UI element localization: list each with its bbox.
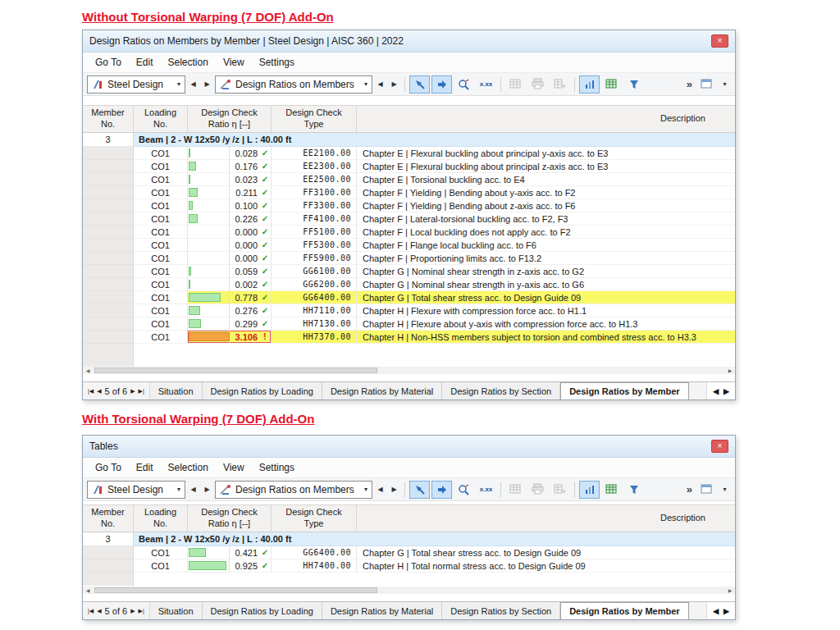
menu-settings[interactable]: Settings	[252, 54, 302, 71]
scroll-right-icon[interactable]: ▶	[725, 587, 735, 594]
col-header-member-no[interactable]: Member No.	[83, 106, 134, 132]
col-header-design-check-type[interactable]: Design Check Type	[272, 505, 357, 532]
close-button[interactable]: ×	[711, 440, 728, 453]
menu-go-to[interactable]: Go To	[88, 54, 129, 71]
filter-button[interactable]	[623, 481, 644, 499]
export-table-button[interactable]	[550, 75, 570, 94]
scroll-left-icon[interactable]: ◀	[83, 587, 93, 594]
table-manager-button[interactable]	[505, 75, 526, 94]
table-row[interactable]: CO1 0.299 ✓ HH7130.00 Chapter H | Flexur…	[83, 317, 735, 331]
group-row[interactable]: 3 Beam | 2 - W 12x50 /y /z | L : 40.00 f…	[83, 133, 735, 147]
tab-design-ratios-by-member[interactable]: Design Ratios by Member	[560, 382, 688, 399]
module-next-button[interactable]: ▶	[201, 481, 213, 499]
tab-scroll-right-icon[interactable]: ▶	[724, 607, 729, 615]
close-button[interactable]: ×	[711, 34, 728, 48]
tab-scroll-left-icon[interactable]: ◀	[713, 607, 719, 615]
result-chart-button[interactable]	[579, 75, 600, 94]
view-combo[interactable]: Design Ratios on Members ▾	[215, 481, 372, 499]
next-record-button[interactable]: ▶	[130, 388, 135, 395]
print-button[interactable]	[527, 481, 548, 499]
window-titlebar[interactable]: Tables ×	[83, 436, 735, 458]
scrollbar-track[interactable]	[93, 587, 725, 594]
table-row[interactable]: CO1 0.276 ✓ HH7110.00 Chapter H | Flexur…	[83, 304, 735, 317]
table-row[interactable]: CO1 0.059 ✓ GG6100.00 Chapter G | Nomina…	[83, 265, 735, 278]
col-header-description[interactable]: Description	[357, 505, 735, 532]
find-member-button[interactable]	[454, 75, 474, 94]
prev-record-button[interactable]: ◀	[97, 388, 101, 395]
last-record-button[interactable]: ▶|	[139, 388, 144, 395]
table-row[interactable]: CO1 3.106 ! HH7370.00 Chapter H | Non-HS…	[83, 331, 735, 344]
scrollbar-thumb[interactable]	[94, 587, 377, 593]
module-prev-button[interactable]: ◀	[187, 481, 199, 499]
export-table-button[interactable]	[550, 481, 570, 499]
menu-selection[interactable]: Selection	[161, 459, 216, 476]
decimal-places-button[interactable]: x.xx	[476, 75, 496, 94]
table-row[interactable]: CO1 0.000 ✓ FF5300.00 Chapter F | Flange…	[83, 239, 735, 252]
menu-view[interactable]: View	[216, 54, 252, 71]
table-view-dropdown[interactable]: ▾	[719, 75, 731, 94]
table-row[interactable]: CO1 0.000 ✓ FF5100.00 Chapter F | Local …	[83, 226, 735, 239]
view-prev-button[interactable]: ◀	[374, 481, 386, 499]
filter-button[interactable]	[623, 75, 644, 94]
table-row[interactable]: CO1 0.778 ✓ GG6400.00 Chapter G | Total …	[83, 291, 735, 304]
col-header-loading-no[interactable]: Loading No.	[134, 106, 188, 132]
table-row[interactable]: CO1 0.421 ✓ GG6400.00 Chapter G | Total …	[83, 546, 735, 559]
table-row[interactable]: CO1 0.925 ✓ HH7400.00 Chapter H | Total …	[83, 559, 735, 573]
menu-selection[interactable]: Selection	[161, 54, 216, 71]
print-button[interactable]	[527, 75, 548, 94]
col-header-design-check-type[interactable]: Design Check Type	[272, 106, 357, 132]
table-row[interactable]: CO1 0.226 ✓ FF4100.00 Chapter F | Latera…	[83, 212, 735, 226]
module-next-button[interactable]: ▶	[201, 75, 213, 94]
excel-export-button[interactable]	[601, 75, 622, 94]
sync-selection-button[interactable]	[431, 75, 452, 94]
menu-go-to[interactable]: Go To	[88, 459, 129, 476]
menu-edit[interactable]: Edit	[129, 54, 161, 71]
result-chart-button[interactable]	[579, 481, 600, 499]
first-record-button[interactable]: |◀	[88, 608, 94, 614]
scroll-left-icon[interactable]: ◀	[83, 367, 93, 374]
scroll-right-icon[interactable]: ▶	[725, 367, 735, 374]
find-member-button[interactable]	[454, 481, 474, 499]
col-header-description[interactable]: Description	[357, 106, 735, 132]
tab-design-ratios-by-loading[interactable]: Design Ratios by Loading	[203, 382, 322, 399]
next-record-button[interactable]: ▶	[130, 608, 135, 614]
table-row[interactable]: CO1 0.100 ✓ FF3300.00 Chapter F | Yieldi…	[83, 199, 735, 212]
view-next-button[interactable]: ▶	[388, 75, 400, 94]
excel-export-button[interactable]	[601, 481, 622, 499]
module-combo[interactable]: Steel Design ▾	[87, 481, 185, 499]
horizontal-scrollbar[interactable]: ◀ ▶	[83, 587, 735, 594]
menu-view[interactable]: View	[216, 459, 252, 476]
first-record-button[interactable]: |◀	[88, 388, 94, 395]
view-combo[interactable]: Design Ratios on Members ▾	[215, 75, 372, 94]
table-view-button[interactable]	[696, 75, 717, 94]
table-row[interactable]: CO1 0.023 ✓ EE2500.00 Chapter E | Torsio…	[83, 173, 735, 186]
tab-situation[interactable]: Situation	[150, 602, 203, 619]
col-header-design-check-ratio[interactable]: Design Check Ratio η [--]	[188, 505, 272, 532]
scrollbar-thumb[interactable]	[94, 368, 377, 373]
tab-scroll-left-icon[interactable]: ◀	[713, 387, 719, 395]
tab-design-ratios-by-material[interactable]: Design Ratios by Material	[322, 382, 442, 399]
col-header-design-check-ratio[interactable]: Design Check Ratio η [--]	[188, 106, 272, 132]
last-record-button[interactable]: ▶|	[139, 608, 144, 614]
module-combo[interactable]: Steel Design ▾	[87, 75, 185, 94]
group-row[interactable]: 3 Beam | 2 - W 12x50 /y /z | L : 40.00 f…	[83, 532, 735, 546]
tab-design-ratios-by-loading[interactable]: Design Ratios by Loading	[203, 602, 322, 619]
table-row[interactable]: CO1 0.176 ✓ EE2300.00 Chapter E | Flexur…	[83, 160, 735, 173]
menu-edit[interactable]: Edit	[129, 459, 161, 476]
table-row[interactable]: CO1 0.028 ✓ EE2100.00 Chapter E | Flexur…	[83, 147, 735, 160]
table-row[interactable]: CO1 0.000 ✓ FF5900.00 Chapter F | Propor…	[83, 252, 735, 265]
sync-selection-button[interactable]	[431, 481, 452, 499]
tab-scroll-right-icon[interactable]: ▶	[724, 387, 729, 395]
scrollbar-track[interactable]	[93, 367, 725, 374]
table-view-button[interactable]	[696, 481, 717, 499]
tab-situation[interactable]: Situation	[150, 382, 203, 399]
overflow-button[interactable]: »	[684, 78, 695, 90]
overflow-button[interactable]: »	[684, 483, 695, 495]
view-prev-button[interactable]: ◀	[374, 75, 386, 94]
prev-record-button[interactable]: ◀	[97, 608, 101, 614]
tab-design-ratios-by-member[interactable]: Design Ratios by Member	[560, 602, 688, 619]
menu-settings[interactable]: Settings	[252, 459, 302, 476]
table-manager-button[interactable]	[505, 481, 526, 499]
horizontal-scrollbar[interactable]: ◀ ▶	[83, 367, 735, 374]
tab-design-ratios-by-section[interactable]: Design Ratios by Section	[442, 382, 560, 399]
